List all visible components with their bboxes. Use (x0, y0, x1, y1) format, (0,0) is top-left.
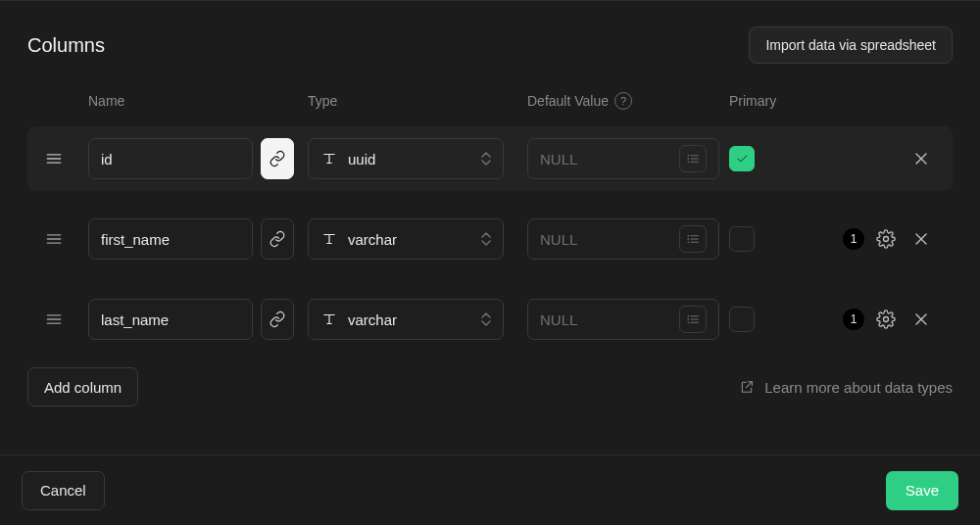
column-rows: uuid NULL (27, 126, 953, 352)
panel-footer: Cancel Save (0, 454, 980, 525)
column-type-label: uuid (348, 151, 471, 167)
header-default-label: Default Value (527, 93, 609, 109)
close-icon (911, 149, 931, 168)
default-value-input[interactable]: NULL (527, 299, 719, 340)
drag-handle-icon[interactable] (43, 309, 65, 330)
learn-more-link[interactable]: Learn more about data types (739, 379, 953, 396)
drag-handle-icon[interactable] (43, 228, 65, 250)
bottom-actions: Add column Learn more about data types (27, 367, 953, 406)
primary-key-checkbox[interactable] (729, 226, 755, 252)
svg-point-29 (688, 315, 689, 316)
default-value-input[interactable]: NULL (527, 138, 719, 179)
svg-point-32 (884, 317, 889, 322)
column-name-field[interactable] (101, 231, 240, 248)
column-name-input[interactable] (88, 138, 253, 179)
column-type-select[interactable]: varchar (308, 218, 504, 260)
svg-point-7 (688, 159, 689, 160)
check-icon (735, 152, 749, 166)
drag-handle-icon[interactable] (43, 148, 65, 169)
delete-column-button[interactable] (907, 225, 935, 253)
add-column-button[interactable]: Add column (27, 367, 138, 406)
foreign-key-button[interactable] (261, 218, 294, 260)
column-row: uuid NULL (27, 126, 953, 191)
header-primary: Primary (729, 93, 798, 109)
text-type-icon (320, 150, 338, 167)
svg-point-30 (688, 319, 689, 320)
link-icon (269, 310, 286, 328)
select-chevron-icon (481, 152, 491, 166)
default-placeholder: NULL (540, 151, 577, 167)
column-settings-button[interactable] (872, 306, 900, 333)
column-row: varchar NULL (27, 207, 953, 271)
svg-point-19 (688, 242, 689, 243)
column-type-label: varchar (348, 231, 471, 248)
foreign-key-button[interactable] (261, 138, 294, 179)
svg-point-18 (688, 239, 689, 240)
column-name-input[interactable] (88, 299, 253, 340)
delete-column-button[interactable] (907, 306, 935, 333)
list-icon (685, 311, 701, 327)
default-options-button[interactable] (679, 306, 707, 333)
column-row: varchar NULL (27, 287, 953, 352)
column-name-field[interactable] (101, 151, 240, 167)
columns-panel: Columns Import data via spreadsheet Name… (0, 0, 980, 525)
svg-point-20 (884, 237, 889, 242)
link-icon (269, 230, 286, 248)
close-icon (911, 229, 931, 249)
column-type-label: varchar (348, 311, 471, 328)
select-chevron-icon (481, 312, 491, 326)
foreign-key-button[interactable] (261, 299, 294, 340)
settings-count-badge: 1 (843, 228, 864, 250)
column-name-input[interactable] (88, 218, 253, 260)
select-chevron-icon (481, 232, 491, 246)
header-default: Default Value ? (527, 92, 729, 110)
header-type: Type (308, 93, 527, 109)
close-icon (911, 310, 931, 329)
default-placeholder: NULL (540, 231, 577, 248)
column-type-select[interactable]: varchar (308, 299, 504, 340)
header-name: Name (88, 93, 261, 109)
external-link-icon (739, 379, 755, 395)
cancel-button[interactable]: Cancel (22, 471, 105, 510)
learn-more-label: Learn more about data types (764, 379, 953, 396)
primary-key-checkbox[interactable] (729, 307, 755, 332)
link-icon (269, 150, 286, 167)
list-icon (685, 231, 701, 247)
svg-point-17 (688, 235, 689, 236)
svg-point-8 (688, 162, 689, 163)
primary-key-checkbox[interactable] (729, 146, 755, 171)
svg-point-6 (688, 155, 689, 156)
delete-column-button[interactable] (907, 145, 935, 172)
import-spreadsheet-button[interactable]: Import data via spreadsheet (749, 26, 953, 64)
help-icon[interactable]: ? (614, 92, 632, 110)
gear-icon (876, 229, 896, 249)
save-button[interactable]: Save (886, 471, 958, 510)
text-type-icon (320, 310, 338, 328)
text-type-icon (320, 230, 338, 248)
column-name-field[interactable] (101, 311, 240, 328)
section-header: Columns Import data via spreadsheet (27, 26, 953, 64)
default-options-button[interactable] (679, 145, 707, 172)
section-title: Columns (27, 34, 105, 57)
panel-content: Columns Import data via spreadsheet Name… (0, 1, 980, 454)
column-headers: Name Type Default Value ? Primary (27, 87, 953, 115)
default-placeholder: NULL (540, 311, 577, 328)
column-settings-button[interactable] (872, 225, 900, 253)
column-type-select[interactable]: uuid (308, 138, 504, 179)
svg-point-31 (688, 322, 689, 323)
settings-count-badge: 1 (843, 309, 864, 330)
default-options-button[interactable] (679, 225, 707, 253)
default-value-input[interactable]: NULL (527, 218, 719, 260)
list-icon (685, 151, 701, 167)
gear-icon (876, 310, 896, 329)
